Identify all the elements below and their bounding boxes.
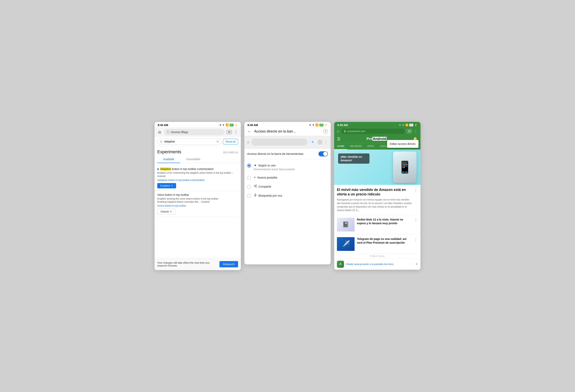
nav-reviews[interactable]: REVIEWS [347,143,365,150]
toolbar-home-icon: ⌂ [247,140,249,144]
article-small-1: 📓 Redmi Note 12 a la vista: Xiaomi no es… [334,215,420,234]
bluetooth-icon-2: ∗ [309,123,311,126]
radio-main-nueva: + Nueva pestaña [254,175,328,180]
screen3-address-bar[interactable]: 🔒 proandroid.com [341,129,405,134]
experiments-version: 101.0.4951.41 [223,151,238,154]
signal-icon-2: ✈ [312,123,314,126]
relaunch-text: Your changes will take effect the next t… [157,261,212,267]
reset-all-button[interactable]: Reset all [223,139,238,144]
radio-label-segun: Según tu uso [258,164,276,167]
screen2-header: ← Acceso directo en la barr... ? [244,127,331,136]
hamburger-icon[interactable]: ☰ [337,137,340,141]
radio-btn-nueva[interactable] [247,176,251,180]
radio-group: ✦ Según tu uso Recomendación actual: Nue… [244,159,331,202]
radio-content-segun: ✦ Según tu uso Recomendación actual: Nue… [254,163,328,171]
flag-enabled-button[interactable]: Enabled ▼ [157,183,176,188]
search-input[interactable] [164,140,215,143]
screen2-spacer [244,202,331,264]
article-small-title-1[interactable]: Redmi Note 12 a la vista: Xiaomi no espe… [357,218,411,225]
back-button[interactable]: ← [247,129,251,134]
add-to-home-bar: A Añadir www.proandr a la pantalla de in… [334,258,420,270]
flag-link-1[interactable]: #adaptive-button-in-top-toolbar-customiz… [157,179,238,182]
article-more-icon-3[interactable]: ⋮ [414,237,418,242]
flags-list: Adaptive button in top toolbar customiza… [155,163,241,219]
article-more-icon-1[interactable]: ⋮ [414,187,418,192]
add-to-home-text[interactable]: Añadir www.proandr a la pantalla de inic… [346,262,413,266]
flag-name-2: Voice button in top toolbar [157,193,238,196]
svg-point-0 [160,140,162,142]
toolbar-shortcut-toggle[interactable] [318,151,328,156]
flag-name-1: Adaptive button in top toolbar customiza… [157,167,238,170]
main-article-title[interactable]: El móvil más vendido de Amazon está en o… [337,187,412,197]
radio-item-voz[interactable]: Búsqueda por voz [244,191,331,200]
lock-icon: 🔒 [343,130,346,133]
radio-item-segun[interactable]: ✦ Según tu uso Recomendación actual: Nue… [244,161,331,173]
flag-dot-1 [157,168,159,170]
charging-icon-3: ⚡ [414,123,417,126]
status-icons-1: ∗ ✈ 📶 27 ⚡ [219,123,238,126]
radio-sub-segun: Recomendación actual: Nueva pestaña [254,168,328,171]
logo-android: Android [372,137,387,141]
status-bar-2: 8:45 AM ∗ ✈ 📶 23 ⚡ [244,122,331,127]
home-button[interactable] [157,130,162,135]
radio-item-nueva[interactable]: + Nueva pestaña [244,173,331,182]
status-bar-1: 8:44 AM ∗ ✈ 📶 27 ⚡ [155,122,241,127]
tabs-row: Available Unavailable [155,156,241,163]
address-text: chrome://flags [171,131,188,134]
svg-line-6 [255,185,256,186]
chevron-down-icon-2: ▼ [170,210,172,213]
article-hero: 📱 ¡Más Vendido en Amazon! [334,150,420,185]
article-small-title-2[interactable]: Telegram de pago es una realidad: así se… [357,237,411,245]
nav-apps[interactable]: APPS [365,143,377,150]
flag-name-suffix-1: button in top toolbar customization [171,167,214,170]
radio-btn-segun[interactable] [247,164,251,168]
toolbar-shortcut-setting: Acceso directo en la barra de herramient… [244,149,331,159]
hero-badge: ¡Más Vendido en Amazon! [338,154,369,164]
tab-unavailable[interactable]: Unavailable [180,156,206,163]
tab-available[interactable]: Available [157,156,180,163]
article-small-content-1: Redmi Note 12 a la vista: Xiaomi no espe… [357,218,411,225]
search-bar-row: ✕ Reset all [155,137,241,147]
wifi-icon-3: 📶 [405,123,408,126]
relaunch-button[interactable]: Relaunch [219,261,238,267]
nav-home[interactable]: HOME [334,143,347,150]
tab-count-button[interactable]: 19 [226,130,232,134]
screen1-chrome-flags: 8:44 AM ∗ ✈ 📶 27 ⚡ ⓘ chrome://flags 19 ⋮ [155,122,241,270]
experiments-title-row: Experiments 101.0.4951.41 [155,147,241,156]
help-button[interactable]: ? [323,129,328,134]
article-more-icon-2[interactable]: ⋮ [414,218,418,222]
article-thumb-2: ✈️ [337,237,355,251]
radio-label-compartir: Compartir [259,185,271,188]
toolbar-tab-count[interactable]: 1 [318,140,322,144]
radio-content-compartir: Compartir [254,184,328,188]
screen3-tab-count[interactable]: 19 [407,129,412,133]
radio-content-nueva: + Nueva pestaña [254,175,328,180]
sparkle-icon: ✦ [254,163,257,168]
publicidad-label: PUBLICIDAD [334,254,420,258]
more-menu-button[interactable]: ⋮ [234,130,238,135]
clear-search-button[interactable]: ✕ [216,140,219,143]
radio-btn-voz[interactable] [247,194,251,198]
radio-item-compartir[interactable]: Compartir [244,182,331,191]
close-add-button[interactable]: × [415,262,418,266]
radio-content-voz: Búsqueda por voz [254,193,328,198]
flag-link-2[interactable]: #voice-button-in-top-toolbar [157,205,238,207]
svg-line-1 [162,142,162,143]
flags-spacer [155,219,241,258]
flag-highlight-1: Adaptive [160,167,171,170]
toolbar-more-icon: ⋮ [324,140,328,144]
screen3-home-icon[interactable]: ⌂ [337,129,339,133]
flag-desc-1: Enables UI for customizing the adaptive … [157,171,238,178]
radio-btn-compartir[interactable] [247,185,251,189]
article-thumb-1: 📓 [337,218,355,231]
info-icon: ⓘ [167,130,169,134]
screen3-more-icon[interactable]: ⋮ [414,129,418,134]
screen2-acceso-directo: 8:45 AM ∗ ✈ 📶 23 ⚡ ← Acceso directo en l… [244,122,331,264]
toolbar-magic-button[interactable]: ✦ [309,139,316,145]
logo-pro: Pro [366,137,372,141]
toolbar-preview: ⌂ ✦ 1 ⋮ [244,136,331,149]
flag-default-button[interactable]: Default ▼ [157,209,175,214]
svg-point-2 [256,185,257,185]
flag-enabled-label: Enabled [160,184,170,187]
address-bar-1[interactable]: ⓘ chrome://flags [164,129,225,135]
